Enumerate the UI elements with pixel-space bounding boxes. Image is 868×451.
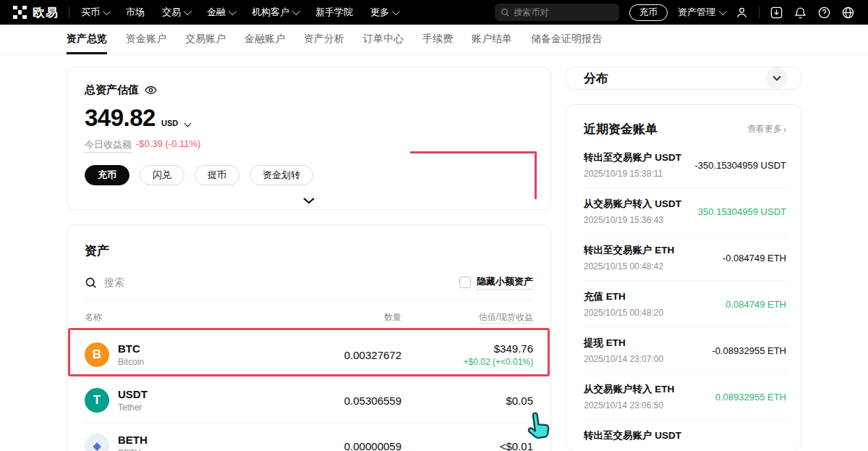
- bill-amount: -0.084749 ETH: [723, 253, 786, 264]
- tab-funding-account[interactable]: 资金账户: [126, 25, 166, 54]
- red-annotation-line-vertical: [535, 151, 537, 199]
- asset-row-btc[interactable]: B BTC Bitcoin 0.00327672 $349.76 +$0.02 …: [85, 332, 533, 377]
- coin-symbol: BETH: [118, 434, 148, 447]
- total-asset-title: 总资产估值: [85, 83, 139, 97]
- tab-account-statement[interactable]: 账户结单: [472, 25, 512, 54]
- okx-logo[interactable]: 欧易: [13, 4, 59, 21]
- total-asset-amount: 349.82: [85, 104, 156, 132]
- deposit-crypto-button[interactable]: 充币: [85, 165, 129, 185]
- bill-item[interactable]: 转出至交易账户 USDT2025/10/19 15:38:11 -350.153…: [584, 142, 786, 188]
- notifications-bell-icon[interactable]: [793, 6, 807, 20]
- bill-item[interactable]: 提现 ETH2025/10/14 23:07:00 -0.08932955 ET…: [584, 327, 786, 374]
- col-amount: 数量: [250, 311, 401, 324]
- coin-name: Bitcoin: [118, 357, 144, 367]
- profile-icon[interactable]: [735, 6, 749, 20]
- deposit-button[interactable]: 充币: [629, 4, 668, 21]
- chevron-down-icon: [103, 7, 111, 15]
- red-annotation-line-horizontal: [410, 151, 537, 153]
- bill-amount: 350.15304959 USDT: [698, 206, 786, 217]
- tab-order-center[interactable]: 订单中心: [363, 25, 404, 54]
- bill-item[interactable]: 转出至交易账户 USDT: [584, 420, 786, 451]
- icon-divider: [759, 7, 760, 18]
- menu-more[interactable]: 更多: [370, 6, 398, 19]
- assets-card: 资产 隐藏小额资产 名称 数量 估值/现货收益 B: [67, 224, 551, 451]
- beth-icon: ◆: [85, 434, 109, 451]
- chevron-down-icon: [292, 7, 300, 15]
- menu-trade[interactable]: 交易: [162, 6, 190, 19]
- recent-bills-card: 近期资金账单 查看更多› 转出至交易账户 USDT2025/10/19 15:3…: [566, 104, 801, 451]
- beth-amount: 0.00000059: [250, 440, 401, 451]
- menu-buy-crypto[interactable]: 买币: [81, 6, 109, 19]
- coin-name: Tether: [118, 402, 148, 413]
- bills-list: 转出至交易账户 USDT2025/10/19 15:38:11 -350.153…: [584, 142, 786, 451]
- usdt-amount: 0.05306559: [250, 395, 401, 407]
- assets-table-header: 名称 数量 估值/现货收益: [85, 300, 533, 332]
- tab-asset-analysis[interactable]: 资产分析: [304, 25, 344, 54]
- btc-icon: B: [85, 342, 109, 367]
- assets-tabs: 资产总览 资金账户 交易账户 金融账户 资产分析 订单中心 手续费 账户结单 储…: [0, 25, 868, 55]
- bill-amount: -0.08932955 ETH: [712, 345, 786, 356]
- okx-logo-icon: [13, 6, 27, 20]
- main-content: 总资产估值 349.82 USD 今日收益额 -$0.39 (-0.11%) 充…: [0, 55, 868, 451]
- search-input[interactable]: [514, 7, 613, 17]
- btc-pnl: +$0.02 (+<0.01%): [401, 357, 533, 367]
- withdraw-button[interactable]: 提币: [195, 165, 239, 185]
- bill-item[interactable]: 从交易账户转入 ETH2025/10/14 23:06:50 0.0893295…: [584, 374, 786, 420]
- tab-proof-of-reserves[interactable]: 储备金证明报告: [531, 25, 602, 54]
- chevron-down-icon: [773, 75, 781, 81]
- col-value: 估值/现货收益: [401, 311, 533, 324]
- distribution-expand-button[interactable]: [766, 67, 788, 89]
- asset-row-usdt[interactable]: T USDT Tether 0.05306559 $0.05: [85, 378, 533, 423]
- bills-title: 近期资金账单: [584, 121, 658, 138]
- search-icon: [501, 7, 509, 17]
- search-icon: [85, 277, 97, 289]
- chevron-down-icon: [229, 7, 237, 15]
- menu-markets[interactable]: 市场: [126, 6, 145, 19]
- currency-label: USD: [161, 119, 178, 127]
- view-more-link[interactable]: 查看更多›: [747, 123, 786, 135]
- menu-academy[interactable]: 新手学院: [315, 6, 353, 19]
- distribution-card: 分布: [566, 67, 801, 90]
- asset-management-dropdown[interactable]: 资产管理: [678, 6, 725, 19]
- currency-chevron-icon[interactable]: [184, 120, 192, 127]
- tab-asset-overview[interactable]: 资产总览: [67, 25, 107, 54]
- download-app-icon[interactable]: [770, 6, 783, 20]
- menu-finance[interactable]: 金融: [207, 6, 234, 19]
- menu-institutional[interactable]: 机构客户: [252, 6, 298, 19]
- bill-item[interactable]: 充值 ETH2025/10/15 00:48:20 0.084749 ETH: [584, 281, 786, 327]
- expand-overview-chevron[interactable]: [85, 196, 533, 205]
- distribution-title: 分布: [584, 70, 608, 87]
- coin-symbol: BTC: [118, 342, 144, 355]
- help-icon[interactable]: [817, 6, 831, 20]
- bill-item[interactable]: 从交易账户转入 USDT2025/10/19 15:36:43 350.1530…: [584, 188, 786, 235]
- top-navigation: 欧易 买币 市场 交易 金融 机构客户 新手学院 更多 充币 资产管理: [0, 0, 868, 25]
- transfer-button[interactable]: 资金划转: [250, 165, 313, 185]
- tab-trading-account[interactable]: 交易账户: [185, 25, 226, 54]
- chevron-right-icon: ›: [783, 125, 786, 135]
- today-pnl-label: 今日收益额: [85, 138, 132, 153]
- chevron-down-icon: [719, 7, 727, 15]
- bill-amount: 0.08932955 ETH: [715, 392, 786, 402]
- tab-fees[interactable]: 手续费: [422, 25, 453, 54]
- eye-icon[interactable]: [145, 84, 157, 96]
- bill-item[interactable]: 转出至交易账户 ETH2025/10/15 00:48:42 -0.084749…: [584, 235, 786, 281]
- language-globe-icon[interactable]: [841, 6, 855, 20]
- today-pnl-value: -$0.39 (-0.11%): [136, 138, 200, 153]
- convert-button[interactable]: 闪兑: [140, 165, 184, 185]
- assets-title: 资产: [85, 243, 533, 259]
- total-asset-card: 总资产估值 349.82 USD 今日收益额 -$0.39 (-0.11%) 充…: [67, 67, 551, 210]
- logo-text: 欧易: [33, 4, 59, 21]
- bill-amount: -350.15304959 USDT: [695, 160, 786, 171]
- asset-search[interactable]: [85, 277, 459, 289]
- hide-small-assets-label[interactable]: 隐藏小额资产: [477, 275, 533, 290]
- chevron-down-icon: [392, 7, 400, 15]
- asset-search-input[interactable]: [104, 277, 321, 288]
- asset-row-beth[interactable]: ◆ BETH BETH 0.00000059 <$0.01: [85, 423, 533, 451]
- coin-name: BETH: [118, 448, 148, 451]
- pair-search[interactable]: [495, 4, 619, 21]
- coin-symbol: USDT: [118, 388, 148, 401]
- col-name: 名称: [85, 311, 250, 324]
- bill-amount: 0.084749 ETH: [726, 299, 786, 310]
- hide-small-assets-checkbox[interactable]: [459, 277, 471, 288]
- tab-finance-account[interactable]: 金融账户: [244, 25, 285, 54]
